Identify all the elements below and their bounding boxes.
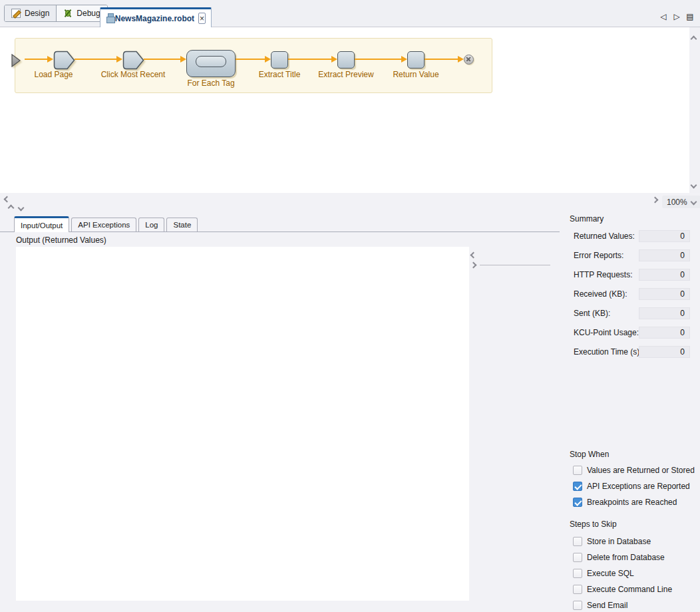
zoom-control[interactable]: 100%: [662, 196, 700, 208]
checkbox[interactable]: [573, 553, 582, 562]
start-node[interactable]: [11, 54, 21, 67]
checkbox-label: Values are Returned or Stored: [587, 466, 695, 475]
checkbox-send-email[interactable]: Send Email: [573, 600, 627, 610]
step-label: Load Page: [29, 70, 79, 79]
checkbox[interactable]: [573, 498, 582, 507]
canvas-scrollbar[interactable]: [689, 27, 700, 193]
panel-collapse-left-icon[interactable]: [470, 252, 477, 259]
document-tab-title: NewsMagazine.robot: [115, 14, 194, 23]
summary-row: KCU-Point Usage: 0: [570, 327, 690, 339]
step-click-most-recent[interactable]: [122, 51, 144, 70]
output-table-area[interactable]: [16, 247, 469, 601]
checkbox[interactable]: [573, 482, 582, 491]
output-section-label: Output (Returned Values): [16, 235, 106, 245]
pencil-icon: [11, 9, 21, 18]
field-value: 0: [639, 269, 690, 281]
splitter-bar[interactable]: 100%: [0, 193, 700, 212]
step-label: For Each Tag: [186, 78, 236, 88]
checkbox-label: Store in Database: [587, 537, 651, 546]
field-label: HTTP Requests:: [574, 269, 632, 281]
checkbox-api-exceptions[interactable]: API Exceptions are Reported: [573, 481, 690, 491]
debug-mode-label: Debug: [77, 9, 100, 18]
document-tab[interactable]: NewsMagazine.robot ×: [100, 7, 212, 27]
checkbox-label: Breakpoints are Reached: [587, 498, 677, 507]
scroll-right-icon[interactable]: [652, 197, 659, 204]
checkbox-values-returned[interactable]: Values are Returned or Stored: [573, 465, 695, 475]
bug-icon: [63, 9, 73, 18]
flow-arrow: [425, 59, 458, 60]
panel-tabs: Input/Output API Exceptions Log State: [14, 216, 198, 232]
loop-inner-shape: [196, 56, 226, 67]
tab-log[interactable]: Log: [138, 218, 164, 231]
close-icon[interactable]: ×: [198, 13, 206, 24]
summary-row: Sent (KB): 0: [570, 307, 690, 319]
next-tab-icon[interactable]: ▷: [672, 12, 681, 21]
summary-row: HTTP Requests: 0: [570, 269, 690, 281]
step-label: Extract Preview: [306, 70, 386, 79]
step-return-value[interactable]: [407, 51, 425, 69]
steps-to-skip-title: Steps to Skip: [570, 520, 617, 529]
step-extract-preview[interactable]: [337, 51, 355, 69]
step-load-page[interactable]: [53, 51, 75, 70]
checkbox[interactable]: [573, 569, 582, 578]
checkbox[interactable]: [573, 601, 582, 610]
field-value: 0: [639, 249, 690, 261]
tab-state[interactable]: State: [166, 218, 198, 231]
checkbox-execute-command-line[interactable]: Execute Command Line: [573, 584, 672, 594]
tab-api-exceptions[interactable]: API Exceptions: [71, 218, 136, 231]
app-window: Design Debug ◁ ▷ ▤ NewsMagazine.robot ×: [0, 0, 700, 612]
summary-row: Received (KB): 0: [570, 288, 690, 300]
tab-navigation: ◁ ▷ ▤: [659, 12, 695, 21]
checkbox-label: API Exceptions are Reported: [587, 482, 690, 491]
design-mode-label: Design: [25, 9, 49, 18]
field-value: 0: [639, 288, 690, 300]
flow-arrow: [144, 59, 180, 60]
panel-splitter-handle[interactable]: [480, 265, 550, 265]
flow-arrow: [236, 59, 265, 60]
step-label: Extract Title: [248, 70, 311, 79]
panel-collapse-right-icon[interactable]: [470, 262, 477, 269]
checkbox-label: Execute Command Line: [587, 585, 672, 594]
field-label: Error Reports:: [574, 249, 623, 261]
checkbox-delete-from-database[interactable]: Delete from Database: [573, 552, 665, 562]
stop-when-title: Stop When: [570, 450, 609, 459]
flow-arrow: [75, 59, 116, 60]
checkbox-breakpoints[interactable]: Breakpoints are Reached: [573, 497, 677, 507]
field-label: Returned Values:: [574, 230, 635, 242]
checkbox[interactable]: [573, 537, 582, 546]
flow-arrow: [355, 59, 401, 60]
field-value: 0: [639, 307, 690, 319]
field-label: Sent (KB):: [574, 307, 610, 319]
field-value: 0: [639, 327, 690, 339]
prev-tab-icon[interactable]: ◁: [659, 12, 668, 21]
checkbox-store-in-database[interactable]: Store in Database: [573, 536, 651, 546]
collapse-down-icon[interactable]: [18, 205, 25, 212]
checkbox-execute-sql[interactable]: Execute SQL: [573, 568, 634, 578]
summary-row: Returned Values: 0: [570, 230, 690, 242]
step-label: Return Value: [384, 70, 448, 79]
design-mode-button[interactable]: Design: [5, 5, 56, 21]
field-value: 0: [639, 230, 690, 242]
scroll-left-icon[interactable]: [4, 196, 11, 203]
debug-panel: Input/Output API Exceptions Log State Ou…: [0, 212, 700, 612]
zoom-value: 100%: [667, 198, 687, 207]
checkbox-label: Send Email: [587, 601, 627, 610]
checkbox[interactable]: [573, 585, 582, 594]
scroll-up-icon[interactable]: [691, 36, 697, 43]
end-node[interactable]: [464, 55, 474, 65]
step-for-each-tag[interactable]: [186, 50, 236, 77]
tab-input-output[interactable]: Input/Output: [14, 216, 69, 232]
checkbox-label: Delete from Database: [587, 553, 665, 562]
robot-canvas[interactable]: Load Page Click Most Recent For Each Tag…: [0, 27, 700, 193]
robot-icon: [106, 13, 111, 23]
mode-switcher: Design Debug: [4, 5, 108, 22]
step-extract-title[interactable]: [271, 51, 288, 69]
tab-list-icon[interactable]: ▤: [685, 12, 695, 21]
flow-arrow: [288, 59, 331, 60]
flow-arrow: [25, 59, 47, 60]
checkbox[interactable]: [573, 466, 582, 475]
workflow-container: Load Page Click Most Recent For Each Tag…: [15, 38, 492, 93]
collapse-up-icon[interactable]: [8, 205, 15, 212]
scroll-down-icon[interactable]: [691, 182, 697, 189]
step-label: Click Most Recent: [100, 70, 166, 79]
